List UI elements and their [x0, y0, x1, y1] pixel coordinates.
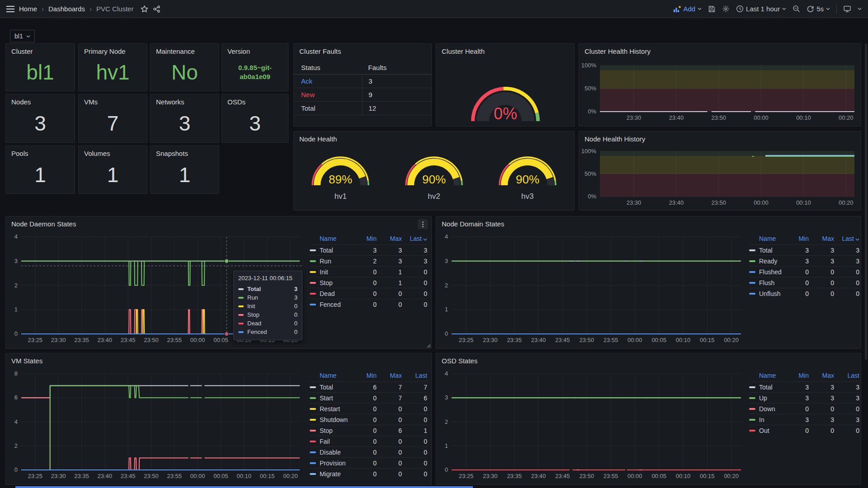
toolbar-more-chevron-icon[interactable] — [858, 7, 862, 11]
legend-row[interactable]: Fail 0 0 0 — [310, 436, 427, 446]
stat-panel-osds[interactable]: OSDs 3 — [222, 94, 288, 143]
series-name[interactable]: Stop — [320, 427, 351, 434]
stat-panel-snapshots[interactable]: Snapshots 1 — [150, 145, 219, 194]
legend-col-max[interactable]: Max — [377, 372, 402, 379]
legend-col-min[interactable]: Min — [351, 372, 377, 379]
panel-cluster-faults[interactable]: Cluster Faults Status Faults Ack 3 New 9… — [293, 43, 432, 127]
panel-menu-button[interactable] — [418, 219, 428, 229]
node-health-history-chart[interactable]: 0%50%100%23:3023:4023:5000:0000:1000:20 — [579, 131, 861, 210]
series-name[interactable]: Down — [759, 405, 783, 413]
hamburger-menu-icon[interactable] — [6, 6, 14, 12]
column-header-status[interactable]: Status — [301, 64, 362, 71]
panel-node-domain-states[interactable]: Node Domain States 0123423:2523:3023:352… — [436, 216, 861, 349]
legend-row[interactable]: Total 3 3 3 — [310, 244, 427, 255]
save-dashboard-icon[interactable] — [708, 5, 716, 13]
share-icon[interactable] — [153, 5, 160, 13]
series-name[interactable]: Total — [759, 384, 783, 391]
zoom-out-icon[interactable] — [793, 5, 800, 13]
legend-col-max[interactable]: Max — [377, 235, 402, 242]
panel-cluster-health-history[interactable]: Cluster Health History 0%50%100%23:3023:… — [579, 43, 861, 127]
legend-row[interactable]: Up 3 3 3 — [749, 392, 859, 403]
legend-row[interactable]: Start 0 7 6 — [310, 392, 427, 403]
star-icon[interactable] — [141, 5, 148, 13]
series-name[interactable]: Up — [759, 394, 783, 402]
legend-row[interactable]: In 3 3 3 — [749, 414, 859, 425]
stat-panel-nodes[interactable]: Nodes 3 — [5, 94, 75, 143]
stat-panel-maintenance[interactable]: Maintenance No — [150, 43, 219, 91]
legend-col-last[interactable]: Last — [402, 235, 427, 242]
series-name[interactable]: Total — [320, 247, 351, 254]
series-name[interactable]: Stop — [320, 279, 351, 286]
legend-row[interactable]: Stop 0 6 1 — [310, 425, 427, 436]
legend-row[interactable]: Provision 0 0 0 — [310, 457, 427, 468]
legend-row[interactable]: Stop 0 1 0 — [310, 277, 427, 288]
add-panel-button[interactable]: Add — [673, 5, 702, 13]
tv-mode-icon[interactable] — [843, 5, 851, 13]
legend-row[interactable]: Restart 0 0 0 — [310, 403, 427, 414]
series-name[interactable]: Init — [320, 268, 351, 276]
legend-col-name[interactable]: Name — [749, 372, 783, 379]
panel-cluster-health[interactable]: Cluster Health 0% — [436, 43, 575, 127]
panel-node-health-history[interactable]: Node Health History 0%50%100%23:3023:402… — [579, 131, 861, 211]
legend-row[interactable]: Down 0 0 0 — [749, 403, 859, 414]
legend-row[interactable]: Disable 0 0 0 — [310, 446, 427, 457]
stat-panel-cluster[interactable]: Cluster bl1 — [5, 43, 75, 91]
variable-dropdown-cluster[interactable]: bl1 — [10, 30, 35, 42]
time-range-picker[interactable]: Last 1 hour — [736, 5, 786, 13]
series-name[interactable]: Start — [320, 394, 351, 402]
legend-col-name[interactable]: Name — [310, 235, 351, 242]
series-name[interactable]: Migrate — [320, 470, 351, 478]
legend-col-min[interactable]: Min — [783, 235, 809, 242]
series-name[interactable]: Dead — [320, 290, 351, 297]
column-header-faults[interactable]: Faults — [362, 61, 431, 74]
legend-row[interactable]: Dead 0 0 0 — [310, 288, 427, 299]
series-name[interactable]: Run — [320, 258, 351, 265]
legend-row[interactable]: Total 3 3 3 — [749, 381, 859, 392]
panel-node-daemon-states[interactable]: Node Daemon States 0123423:2523:3023:352… — [5, 216, 432, 349]
legend-row[interactable]: Flush 0 0 0 — [749, 277, 859, 288]
stat-panel-networks[interactable]: Networks 3 — [150, 94, 219, 143]
legend-col-min[interactable]: Min — [351, 235, 377, 242]
legend-row[interactable]: Ready 3 3 3 — [749, 255, 859, 266]
series-name[interactable]: Fenced — [320, 301, 351, 308]
stat-panel-volumes[interactable]: Volumes 1 — [78, 145, 147, 194]
series-name[interactable]: Flush — [759, 279, 783, 286]
stat-panel-vms[interactable]: VMs 7 — [78, 94, 147, 143]
legend-col-max[interactable]: Max — [809, 372, 834, 379]
legend-row[interactable]: Fenced 0 0 0 — [310, 299, 427, 310]
series-name[interactable]: Disable — [320, 449, 351, 456]
stat-panel-version[interactable]: Version 0.9.85~git-ab0a1e09 — [222, 43, 288, 91]
scrollbar-thumb[interactable] — [865, 43, 867, 360]
dashboard-settings-icon[interactable] — [722, 5, 730, 13]
legend-row[interactable]: Out 0 0 0 — [749, 425, 859, 436]
stat-panel-pools[interactable]: Pools 1 — [5, 145, 75, 194]
series-name[interactable]: Provision — [320, 460, 351, 467]
refresh-button[interactable]: 5s — [807, 5, 830, 13]
breadcrumb-dashboards[interactable]: Dashboards — [48, 5, 85, 13]
panel-vm-states[interactable]: VM States 0246823:2523:3023:3523:4023:45… — [5, 353, 432, 485]
stat-panel-primary-node[interactable]: Primary Node hv1 — [78, 43, 147, 91]
legend-col-last[interactable]: Last — [402, 372, 427, 379]
series-name[interactable]: Flushed — [759, 268, 783, 276]
series-name[interactable]: Fail — [320, 438, 351, 445]
legend-col-name[interactable]: Name — [749, 235, 783, 242]
legend-row[interactable]: Flushed 0 0 0 — [749, 266, 859, 277]
legend-row[interactable]: Migrate 0 0 0 — [310, 468, 427, 479]
panel-osd-states[interactable]: OSD States 0123423:2523:3023:3523:4023:4… — [436, 353, 861, 485]
legend-row[interactable]: Total 3 3 3 — [749, 244, 859, 255]
legend-col-max[interactable]: Max — [809, 235, 834, 242]
series-name[interactable]: Total — [759, 247, 783, 254]
legend-row[interactable]: Shutdown 0 0 0 — [310, 414, 427, 425]
series-name[interactable]: Unflush — [759, 290, 783, 297]
legend-row[interactable]: Run 2 3 3 — [310, 255, 427, 266]
legend-row[interactable]: Init 0 1 0 — [310, 266, 427, 277]
series-name[interactable]: Ready — [759, 258, 783, 265]
legend-col-last[interactable]: Last — [834, 235, 859, 242]
legend-col-last[interactable]: Last — [834, 372, 859, 379]
cluster-health-history-chart[interactable]: 0%50%100%23:3023:4023:5000:0000:1000:20 — [579, 44, 861, 126]
series-name[interactable]: Restart — [320, 405, 351, 413]
series-name[interactable]: In — [759, 416, 783, 423]
legend-row[interactable]: Unflush 0 0 0 — [749, 288, 859, 299]
panel-node-health[interactable]: Node Health 89%hv190%hv290%hv3 — [293, 131, 575, 211]
panel-resize-handle[interactable] — [426, 343, 430, 347]
